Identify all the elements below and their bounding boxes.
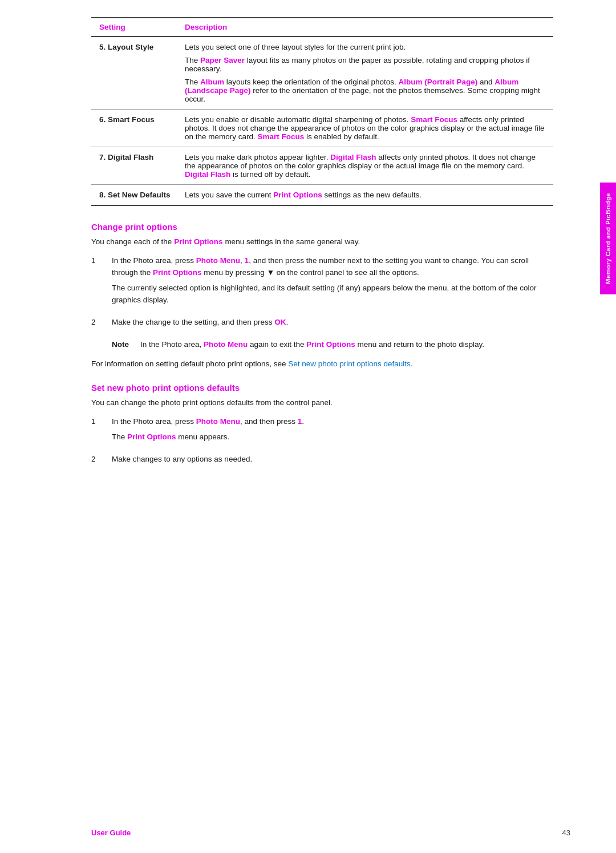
highlight-album: Album bbox=[200, 78, 224, 86]
settings-table: Setting Description 5. Layout Style Lets… bbox=[91, 17, 553, 206]
table-row: 5. Layout Style Lets you select one of t… bbox=[91, 37, 553, 110]
footer-page: 43 bbox=[562, 828, 570, 837]
note-label: Note bbox=[112, 339, 140, 351]
highlight-1-b: 1 bbox=[298, 417, 302, 426]
list-item: 2 Make the change to the setting, and th… bbox=[91, 317, 553, 332]
setting-description: Lets you make dark photos appear lighter… bbox=[177, 147, 553, 185]
highlight-print-options-3: Print Options bbox=[127, 432, 176, 441]
section-set-new-defaults: Set new photo print options defaults You… bbox=[91, 383, 553, 469]
setting-label: 7. Digital Flash bbox=[91, 147, 177, 185]
setting-label: 8. Set New Defaults bbox=[91, 185, 177, 206]
highlight-smart-focus-2: Smart Focus bbox=[258, 132, 305, 141]
list-item: 1 In the Photo area, press Photo Menu, 1… bbox=[91, 255, 553, 310]
highlight-print-options-2: Print Options bbox=[153, 268, 202, 277]
highlight-print-options-intro: Print Options bbox=[174, 237, 223, 246]
list-number: 1 bbox=[91, 255, 112, 267]
highlight-smart-focus-1: Smart Focus bbox=[411, 115, 457, 124]
down-arrow: ▼ bbox=[267, 268, 274, 277]
highlight-digital-flash-2: Digital Flash bbox=[185, 170, 230, 179]
change-steps-list: 1 In the Photo area, press Photo Menu, 1… bbox=[91, 255, 553, 332]
defaults-steps-list: 1 In the Photo area, press Photo Menu, a… bbox=[91, 416, 553, 469]
highlight-photo-menu-note: Photo Menu bbox=[204, 340, 248, 349]
section-heading-defaults: Set new photo print options defaults bbox=[91, 383, 553, 393]
highlight-print-options-note: Print Options bbox=[306, 340, 355, 349]
link-set-new-defaults[interactable]: Set new photo print options defaults bbox=[288, 359, 411, 368]
setting-description: Lets you enable or disable automatic dig… bbox=[177, 110, 553, 147]
section-intro-defaults: You can change the photo print options d… bbox=[91, 397, 553, 409]
list-number: 2 bbox=[91, 317, 112, 329]
list-item: 1 In the Photo area, press Photo Menu, a… bbox=[91, 416, 553, 447]
page-footer: User Guide 43 bbox=[91, 828, 570, 837]
table-row: 6. Smart Focus Lets you enable or disabl… bbox=[91, 110, 553, 147]
highlight-paper-saver: Paper Saver bbox=[200, 56, 245, 64]
list-content: In the Photo area, press Photo Menu, 1, … bbox=[112, 255, 553, 310]
table-row: 8. Set New Defaults Lets you save the cu… bbox=[91, 185, 553, 206]
highlight-photo-menu-2: Photo Menu bbox=[196, 417, 240, 426]
list-content: Make the change to the setting, and then… bbox=[112, 317, 553, 332]
page-container: Setting Description 5. Layout Style Lets… bbox=[0, 0, 616, 853]
footer-label: User Guide bbox=[91, 828, 131, 837]
highlight-1: 1 bbox=[245, 256, 249, 265]
list-number: 1 bbox=[91, 416, 112, 428]
list-content: Make changes to any options as needed. bbox=[112, 454, 553, 469]
col1-header: Setting bbox=[91, 18, 177, 37]
highlight-ok: OK bbox=[274, 318, 286, 326]
list-content: In the Photo area, press Photo Menu, and… bbox=[112, 416, 553, 447]
section-footnote: For information on setting default photo… bbox=[91, 358, 553, 370]
highlight-print-options: Print Options bbox=[273, 191, 322, 199]
highlight-album-portrait: Album (Portrait Page) bbox=[398, 78, 477, 86]
highlight-digital-flash-1: Digital Flash bbox=[330, 153, 376, 161]
col2-header: Description bbox=[177, 18, 553, 37]
content-area: Setting Description 5. Layout Style Lets… bbox=[91, 17, 570, 469]
section-change-print-options: Change print options You change each of … bbox=[91, 222, 553, 370]
highlight-photo-menu-1: Photo Menu bbox=[196, 256, 240, 265]
note-content: In the Photo area, Photo Menu again to e… bbox=[140, 339, 553, 351]
setting-label: 5. Layout Style bbox=[91, 37, 177, 110]
note-block: Note In the Photo area, Photo Menu again… bbox=[112, 339, 553, 351]
setting-label: 6. Smart Focus bbox=[91, 110, 177, 147]
section-heading-change: Change print options bbox=[91, 222, 553, 232]
list-number: 2 bbox=[91, 454, 112, 466]
setting-description: Lets you save the current Print Options … bbox=[177, 185, 553, 206]
section-intro-change: You change each of the Print Options men… bbox=[91, 236, 553, 248]
table-row: 7. Digital Flash Lets you make dark phot… bbox=[91, 147, 553, 185]
sidebar-tab: Memory Card and PicBridge bbox=[600, 183, 616, 294]
setting-description: Lets you select one of three layout styl… bbox=[177, 37, 553, 110]
list-item: 2 Make changes to any options as needed. bbox=[91, 454, 553, 469]
